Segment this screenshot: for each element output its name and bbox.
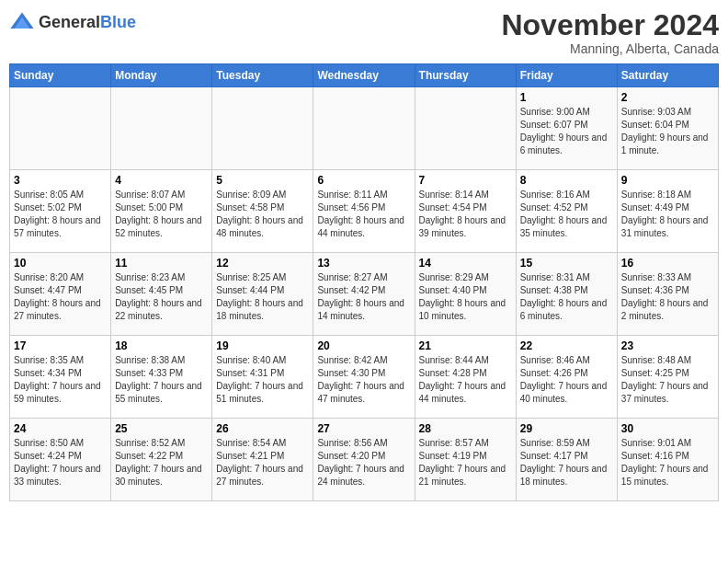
day-info: Sunrise: 8:42 AM Sunset: 4:30 PM Dayligh… [317, 354, 410, 406]
day-number: 2 [621, 91, 714, 104]
day-info: Sunrise: 8:38 AM Sunset: 4:33 PM Dayligh… [115, 354, 208, 406]
day-number: 6 [317, 174, 410, 187]
day-number: 13 [317, 257, 410, 270]
day-number: 20 [317, 339, 410, 352]
calendar-cell: 12Sunrise: 8:25 AM Sunset: 4:44 PM Dayli… [212, 253, 313, 336]
day-info: Sunrise: 8:48 AM Sunset: 4:25 PM Dayligh… [621, 354, 714, 406]
day-info: Sunrise: 8:16 AM Sunset: 4:52 PM Dayligh… [520, 189, 613, 240]
day-info: Sunrise: 8:50 AM Sunset: 4:24 PM Dayligh… [14, 437, 107, 488]
calendar-cell: 3Sunrise: 8:05 AM Sunset: 5:02 PM Daylig… [10, 170, 111, 253]
calendar-cell: 17Sunrise: 8:35 AM Sunset: 4:34 PM Dayli… [10, 336, 111, 419]
day-number: 19 [216, 339, 309, 352]
calendar-cell [313, 87, 415, 170]
day-number: 28 [419, 422, 512, 435]
calendar-cell: 16Sunrise: 8:33 AM Sunset: 4:36 PM Dayli… [617, 253, 718, 336]
calendar-cell [10, 87, 111, 170]
calendar-header: SundayMondayTuesdayWednesdayThursdayFrid… [10, 64, 719, 87]
month-title: November 2024 [501, 9, 719, 41]
day-number: 27 [317, 422, 410, 435]
calendar-body: 1Sunrise: 9:00 AM Sunset: 6:07 PM Daylig… [10, 87, 719, 501]
calendar-cell: 1Sunrise: 9:00 AM Sunset: 6:07 PM Daylig… [516, 87, 617, 170]
calendar-cell: 4Sunrise: 8:07 AM Sunset: 5:00 PM Daylig… [111, 170, 212, 253]
weekday-row: SundayMondayTuesdayWednesdayThursdayFrid… [10, 64, 719, 87]
logo: GeneralBlue [9, 9, 136, 35]
logo-text: GeneralBlue [39, 13, 136, 32]
day-number: 8 [520, 174, 613, 187]
calendar-cell: 29Sunrise: 8:59 AM Sunset: 4:17 PM Dayli… [516, 419, 617, 501]
day-info: Sunrise: 8:05 AM Sunset: 5:02 PM Dayligh… [14, 189, 107, 240]
day-number: 1 [520, 91, 613, 104]
calendar-cell: 2Sunrise: 9:03 AM Sunset: 6:04 PM Daylig… [617, 87, 718, 170]
day-number: 16 [621, 257, 714, 270]
calendar-cell [111, 87, 212, 170]
day-number: 9 [621, 174, 714, 187]
day-number: 7 [419, 174, 512, 187]
logo-general: General [39, 13, 100, 31]
calendar-cell: 9Sunrise: 8:18 AM Sunset: 4:49 PM Daylig… [617, 170, 718, 253]
day-number: 26 [216, 422, 309, 435]
day-number: 3 [14, 174, 107, 187]
day-info: Sunrise: 8:07 AM Sunset: 5:00 PM Dayligh… [115, 189, 208, 240]
calendar-cell: 21Sunrise: 8:44 AM Sunset: 4:28 PM Dayli… [415, 336, 516, 419]
calendar-cell: 23Sunrise: 8:48 AM Sunset: 4:25 PM Dayli… [617, 336, 718, 419]
day-number: 25 [115, 422, 208, 435]
weekday-header: Tuesday [212, 64, 313, 87]
day-info: Sunrise: 8:33 AM Sunset: 4:36 PM Dayligh… [621, 271, 714, 323]
weekday-header: Friday [516, 64, 617, 87]
calendar-cell: 14Sunrise: 8:29 AM Sunset: 4:40 PM Dayli… [415, 253, 516, 336]
calendar-cell: 26Sunrise: 8:54 AM Sunset: 4:21 PM Dayli… [212, 419, 313, 501]
title-area: November 2024 Manning, Alberta, Canada [501, 9, 719, 56]
day-number: 30 [621, 422, 714, 435]
calendar-cell: 28Sunrise: 8:57 AM Sunset: 4:19 PM Dayli… [415, 419, 516, 501]
day-info: Sunrise: 9:03 AM Sunset: 6:04 PM Dayligh… [621, 106, 714, 157]
day-number: 15 [520, 257, 613, 270]
day-info: Sunrise: 8:23 AM Sunset: 4:45 PM Dayligh… [115, 271, 208, 323]
day-number: 10 [14, 257, 107, 270]
day-number: 21 [419, 339, 512, 352]
day-info: Sunrise: 8:14 AM Sunset: 4:54 PM Dayligh… [419, 189, 512, 240]
day-info: Sunrise: 9:00 AM Sunset: 6:07 PM Dayligh… [520, 106, 613, 157]
day-info: Sunrise: 8:31 AM Sunset: 4:38 PM Dayligh… [520, 271, 613, 323]
day-info: Sunrise: 8:35 AM Sunset: 4:34 PM Dayligh… [14, 354, 107, 406]
header: GeneralBlue November 2024 Manning, Alber… [9, 9, 719, 56]
day-number: 18 [115, 339, 208, 352]
day-info: Sunrise: 8:25 AM Sunset: 4:44 PM Dayligh… [216, 271, 309, 323]
day-info: Sunrise: 8:54 AM Sunset: 4:21 PM Dayligh… [216, 437, 309, 488]
calendar-cell: 6Sunrise: 8:11 AM Sunset: 4:56 PM Daylig… [313, 170, 415, 253]
weekday-header: Saturday [617, 64, 718, 87]
day-number: 5 [216, 174, 309, 187]
calendar-cell: 30Sunrise: 9:01 AM Sunset: 4:16 PM Dayli… [617, 419, 718, 501]
calendar-week: 3Sunrise: 8:05 AM Sunset: 5:02 PM Daylig… [10, 170, 719, 253]
calendar-cell: 25Sunrise: 8:52 AM Sunset: 4:22 PM Dayli… [111, 419, 212, 501]
calendar-cell: 20Sunrise: 8:42 AM Sunset: 4:30 PM Dayli… [313, 336, 415, 419]
day-info: Sunrise: 8:56 AM Sunset: 4:20 PM Dayligh… [317, 437, 410, 488]
calendar-week: 1Sunrise: 9:00 AM Sunset: 6:07 PM Daylig… [10, 87, 719, 170]
calendar-week: 17Sunrise: 8:35 AM Sunset: 4:34 PM Dayli… [10, 336, 719, 419]
day-info: Sunrise: 8:57 AM Sunset: 4:19 PM Dayligh… [419, 437, 512, 488]
calendar-table: SundayMondayTuesdayWednesdayThursdayFrid… [9, 63, 719, 501]
day-info: Sunrise: 8:59 AM Sunset: 4:17 PM Dayligh… [520, 437, 613, 488]
day-number: 17 [14, 339, 107, 352]
calendar-cell: 8Sunrise: 8:16 AM Sunset: 4:52 PM Daylig… [516, 170, 617, 253]
day-info: Sunrise: 8:40 AM Sunset: 4:31 PM Dayligh… [216, 354, 309, 406]
calendar-cell [212, 87, 313, 170]
calendar-cell: 24Sunrise: 8:50 AM Sunset: 4:24 PM Dayli… [10, 419, 111, 501]
calendar-cell: 27Sunrise: 8:56 AM Sunset: 4:20 PM Dayli… [313, 419, 415, 501]
weekday-header: Sunday [10, 64, 111, 87]
day-number: 23 [621, 339, 714, 352]
day-info: Sunrise: 8:11 AM Sunset: 4:56 PM Dayligh… [317, 189, 410, 240]
calendar-cell: 22Sunrise: 8:46 AM Sunset: 4:26 PM Dayli… [516, 336, 617, 419]
day-info: Sunrise: 8:20 AM Sunset: 4:47 PM Dayligh… [14, 271, 107, 323]
logo-blue: Blue [100, 13, 136, 31]
calendar-cell [415, 87, 516, 170]
logo-icon [9, 9, 35, 35]
calendar-cell: 11Sunrise: 8:23 AM Sunset: 4:45 PM Dayli… [111, 253, 212, 336]
day-number: 11 [115, 257, 208, 270]
day-info: Sunrise: 8:52 AM Sunset: 4:22 PM Dayligh… [115, 437, 208, 488]
day-info: Sunrise: 8:29 AM Sunset: 4:40 PM Dayligh… [419, 271, 512, 323]
calendar-cell: 7Sunrise: 8:14 AM Sunset: 4:54 PM Daylig… [415, 170, 516, 253]
calendar-cell: 13Sunrise: 8:27 AM Sunset: 4:42 PM Dayli… [313, 253, 415, 336]
day-info: Sunrise: 8:44 AM Sunset: 4:28 PM Dayligh… [419, 354, 512, 406]
calendar-cell: 10Sunrise: 8:20 AM Sunset: 4:47 PM Dayli… [10, 253, 111, 336]
day-info: Sunrise: 8:46 AM Sunset: 4:26 PM Dayligh… [520, 354, 613, 406]
